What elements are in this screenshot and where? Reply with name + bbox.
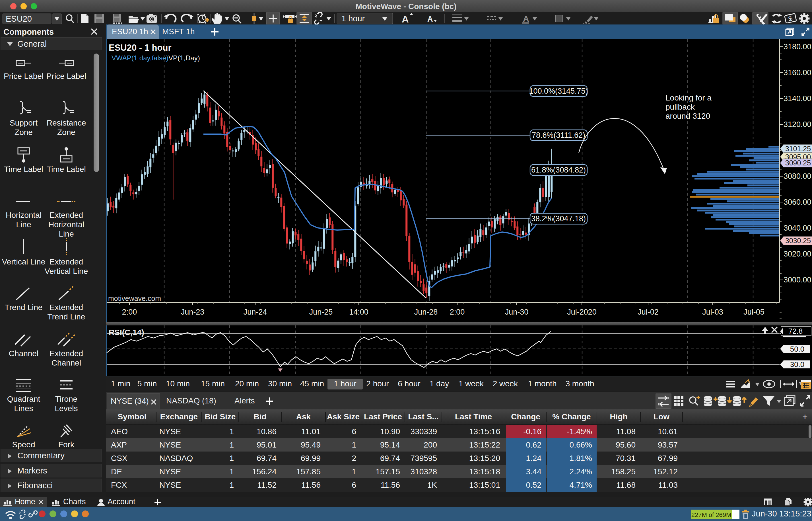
svg-text:2:00: 2:00	[450, 308, 465, 316]
svg-text:ESU20: ESU20	[6, 14, 32, 23]
svg-text:RSI(C,14): RSI(C,14)	[109, 328, 144, 337]
svg-text:Jul-02: Jul-02	[638, 308, 659, 316]
svg-text:Jul-2020: Jul-2020	[567, 308, 597, 316]
svg-text:3020.00: 3020.00	[784, 250, 811, 258]
svg-text:Jul-05: Jul-05	[743, 308, 764, 316]
svg-text:3180.00: 3180.00	[784, 42, 811, 51]
svg-text:38.2%(3047.18): 38.2%(3047.18)	[531, 214, 586, 223]
svg-text:2:00: 2:00	[122, 308, 137, 316]
svg-text:14:00: 14:00	[349, 308, 368, 316]
svg-text:3000.00: 3000.00	[784, 276, 811, 284]
svg-text:3090.25: 3090.25	[785, 159, 811, 167]
svg-text:Jun-23: Jun-23	[181, 308, 205, 316]
svg-text:72.8: 72.8	[788, 327, 803, 335]
svg-text:around 3120: around 3120	[666, 112, 710, 120]
svg-text:motivewave.com: motivewave.com	[108, 294, 161, 302]
svg-text:100.0%(3145.75): 100.0%(3145.75)	[529, 87, 588, 95]
svg-text:Jun-24: Jun-24	[243, 308, 267, 316]
svg-text:30.0: 30.0	[790, 360, 805, 369]
svg-text:VWAP(1 day,false): VWAP(1 day,false)	[112, 54, 168, 62]
svg-text:3030.25: 3030.25	[785, 236, 811, 245]
svg-text:1 hour: 1 hour	[341, 14, 365, 23]
svg-text:Jun-28: Jun-28	[414, 308, 438, 316]
svg-text:3120.00: 3120.00	[784, 120, 811, 129]
svg-text:Looking for a: Looking for a	[666, 93, 712, 102]
svg-text:3080.00: 3080.00	[784, 172, 811, 181]
svg-text:ESU20 - 1 hour: ESU20 - 1 hour	[109, 43, 172, 53]
svg-text:3140.00: 3140.00	[784, 94, 811, 103]
svg-text:Jun-30: Jun-30	[505, 308, 529, 316]
svg-text:3101.25: 3101.25	[785, 144, 811, 153]
svg-text:50.0: 50.0	[790, 345, 805, 353]
svg-text:3040.00: 3040.00	[784, 224, 811, 232]
svg-text:A: A	[523, 14, 529, 23]
svg-text:pullback: pullback	[666, 103, 695, 111]
svg-text:78.6%(3111.62): 78.6%(3111.62)	[532, 131, 585, 139]
svg-text:3060.00: 3060.00	[784, 198, 811, 206]
svg-text:Jun-25: Jun-25	[309, 308, 333, 316]
svg-text:61.8%(3084.82): 61.8%(3084.82)	[531, 166, 586, 174]
svg-text:A: A	[427, 15, 433, 23]
svg-text:Jul-03: Jul-03	[702, 308, 723, 316]
svg-text:VP(1,Day): VP(1,Day)	[168, 54, 200, 62]
svg-text:3160.00: 3160.00	[784, 68, 811, 77]
svg-text:A: A	[402, 14, 409, 24]
